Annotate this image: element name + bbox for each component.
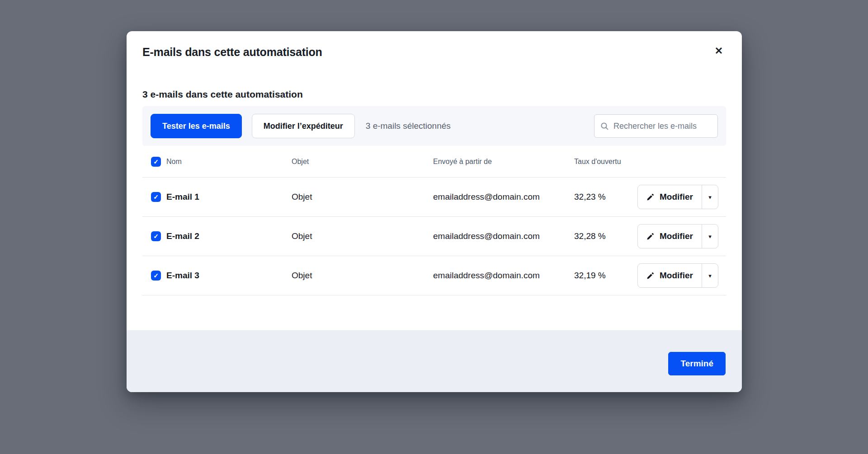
table-row: ✓ E-mail 1 Objet emailaddress@domain.com… bbox=[142, 178, 726, 217]
modify-button[interactable]: Modifier bbox=[638, 185, 702, 209]
close-icon[interactable]: ✕ bbox=[711, 43, 726, 59]
edit-pencil-icon bbox=[646, 193, 655, 201]
email-name: E-mail 2 bbox=[166, 231, 292, 241]
bulk-actions-toolbar: Tester les e-mails Modifier l’expéditeur… bbox=[142, 106, 726, 146]
modify-button[interactable]: Modifier bbox=[638, 225, 702, 248]
column-header-name: Nom bbox=[166, 158, 292, 166]
email-subject: Objet bbox=[292, 271, 433, 281]
emails-modal: E-mails dans cette automatisation 3 e-ma… bbox=[127, 31, 742, 392]
caret-down-icon: ▾ bbox=[708, 272, 712, 279]
edit-sender-button[interactable]: Modifier l’expéditeur bbox=[252, 114, 355, 138]
check-icon: ✓ bbox=[153, 159, 159, 165]
email-subject: Objet bbox=[292, 231, 433, 241]
modify-button-label: Modifier bbox=[660, 271, 693, 281]
modify-dropdown-toggle[interactable]: ▾ bbox=[702, 264, 718, 287]
row-checkbox[interactable]: ✓ bbox=[151, 271, 161, 281]
row-checkbox[interactable]: ✓ bbox=[151, 192, 161, 202]
search-input[interactable] bbox=[613, 122, 712, 131]
column-header-sent-from: Envoyé à partir de bbox=[433, 158, 574, 166]
email-name: E-mail 1 bbox=[166, 192, 292, 202]
modify-button[interactable]: Modifier bbox=[638, 264, 702, 287]
check-icon: ✓ bbox=[153, 194, 159, 200]
row-checkbox[interactable]: ✓ bbox=[151, 231, 161, 241]
modify-split-button: Modifier ▾ bbox=[637, 263, 718, 288]
table-row: ✓ E-mail 2 Objet emailaddress@domain.com… bbox=[142, 217, 726, 256]
modify-split-button: Modifier ▾ bbox=[637, 224, 718, 248]
email-open-rate: 32,28 % bbox=[574, 231, 637, 241]
select-all-checkbox[interactable]: ✓ bbox=[151, 157, 161, 167]
search-icon bbox=[600, 122, 609, 131]
email-sent-from: emailaddress@domain.com bbox=[433, 231, 574, 241]
modal-title: E-mails dans cette automatisation bbox=[142, 31, 726, 59]
modify-button-label: Modifier bbox=[660, 231, 693, 241]
check-icon: ✓ bbox=[153, 233, 159, 239]
caret-down-icon: ▾ bbox=[708, 233, 712, 240]
done-button[interactable]: Terminé bbox=[668, 352, 726, 375]
edit-pencil-icon bbox=[646, 271, 655, 280]
modify-dropdown-toggle[interactable]: ▾ bbox=[702, 185, 718, 209]
column-header-open-rate: Taux d'ouvertu bbox=[574, 158, 637, 166]
test-emails-button[interactable]: Tester les e-mails bbox=[151, 114, 242, 138]
caret-down-icon: ▾ bbox=[708, 194, 712, 201]
modify-split-button: Modifier ▾ bbox=[637, 185, 718, 209]
email-sent-from: emailaddress@domain.com bbox=[433, 271, 574, 281]
email-count-heading: 3 e-mails dans cette automatisation bbox=[142, 89, 726, 100]
email-open-rate: 32,19 % bbox=[574, 271, 637, 281]
selected-count-text: 3 e-mails sélectionnés bbox=[366, 121, 451, 131]
check-icon: ✓ bbox=[153, 272, 159, 279]
email-name: E-mail 3 bbox=[166, 271, 292, 281]
modify-dropdown-toggle[interactable]: ▾ bbox=[702, 225, 718, 248]
modify-button-label: Modifier bbox=[660, 192, 693, 202]
search-box[interactable] bbox=[594, 114, 718, 138]
edit-pencil-icon bbox=[646, 232, 655, 240]
modal-footer: Terminé bbox=[127, 330, 742, 392]
table-header-row: ✓ Nom Objet Envoyé à partir de Taux d'ou… bbox=[142, 146, 726, 178]
email-sent-from: emailaddress@domain.com bbox=[433, 192, 574, 202]
column-header-subject: Objet bbox=[292, 158, 433, 166]
email-open-rate: 32,23 % bbox=[574, 192, 637, 202]
table-row: ✓ E-mail 3 Objet emailaddress@domain.com… bbox=[142, 256, 726, 295]
email-subject: Objet bbox=[292, 192, 433, 202]
